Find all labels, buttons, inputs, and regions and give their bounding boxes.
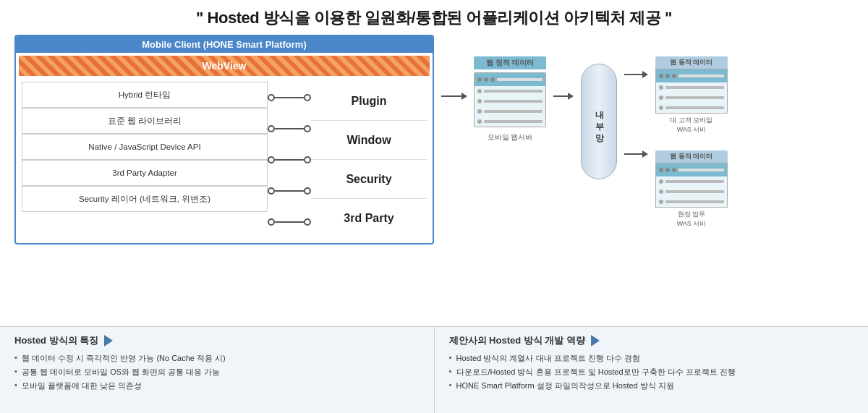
connector-line-4	[275, 190, 304, 192]
bottom-right: 제안사의 Hosted 방식 개발 역량 Hosted 방식의 계열사 대내 프…	[435, 327, 869, 413]
right-item-plugin: Plugin	[311, 82, 427, 121]
server-dot-b3	[477, 109, 482, 114]
server-bar-b4	[484, 120, 542, 123]
rs-bot-b1	[659, 179, 663, 184]
connector-1	[268, 94, 311, 101]
server-dot-b2	[477, 99, 482, 103]
bottom-right-arrow-icon	[591, 335, 600, 346]
connector-dot-4b	[304, 187, 311, 195]
bottom-right-item-3: HONE Smart Platform 설정 파일의작성으로 Hosted 방식…	[449, 380, 854, 391]
right-server-bottom-bottom-label: 현장 업무WAS 서비	[677, 210, 707, 229]
left-item-security: Security 레이어 (네트워크, 위변조)	[22, 186, 268, 212]
right-server-bottom: 웹 동적 데이터 현장 업무WAS 서비	[655, 150, 728, 229]
bottom-right-title-text: 제안사의 Hosted 방식 개발 역량	[449, 334, 586, 347]
connector-dot-2b	[304, 125, 311, 132]
bottom-left-list: 웹 데이터 수정 시 즉각적인 반영 가능 (No Cache 적용 시) 공통…	[14, 353, 420, 391]
connector-col	[268, 82, 311, 238]
rs-top-bl1	[665, 86, 724, 89]
server-bar-b3	[484, 110, 542, 113]
bottom-right-item-1: Hosted 방식의 계열사 대내 프로젝트 진행 다수 경험	[449, 353, 854, 364]
rs-top-body3	[656, 103, 727, 113]
server-dot-h2	[484, 77, 488, 82]
connector-line-3	[275, 159, 304, 161]
connector-dot-3b	[304, 156, 311, 163]
arrow-line-2	[553, 95, 568, 97]
rs-top-b3	[659, 106, 663, 110]
inner-columns: Hybrid 런타임 표준 웹 라이브러리 Native / JavaScrip…	[16, 79, 433, 241]
right-server-bottom-stack	[655, 163, 728, 208]
connector-dot-5	[268, 218, 275, 226]
rs-bot-dot2	[665, 168, 670, 172]
page-container: " Hosted 방식을 이용한 일원화/통합된 어플리케이션 아키텍처 제공 …	[0, 0, 868, 413]
server-dot-h1	[477, 77, 482, 82]
page-title: " Hosted 방식을 이용한 일원화/통합된 어플리케이션 아키텍처 제공 …	[0, 7, 868, 29]
rs-top-header	[656, 69, 727, 82]
rs-bot-header	[656, 163, 727, 176]
rs-bot-bl1	[665, 180, 724, 183]
right-item-3rdparty: 3rd Party	[311, 199, 427, 238]
connector-dot-4	[268, 187, 275, 195]
cylinder-text: 내부망	[593, 104, 605, 139]
connector-line-2	[275, 128, 304, 129]
rs-top-dot3	[672, 74, 676, 78]
rs-top-bar	[678, 74, 724, 77]
rs-top-body2	[656, 93, 727, 103]
right-item-security: Security	[311, 160, 427, 199]
bottom-left-item-2: 공통 웹 데이터로 모바일 OS와 웹 화면의 공통 대응 가능	[14, 367, 420, 378]
mobile-server-box: 웹 정적 데이터	[474, 56, 546, 142]
rs-bot-bar	[678, 169, 724, 171]
rs-bot-body3	[656, 197, 727, 207]
rs-bot-bl3	[665, 200, 724, 203]
arrow-line	[441, 95, 461, 97]
server-dot-b4	[477, 119, 482, 124]
rs-top-b1	[659, 85, 663, 90]
connector-3	[268, 156, 311, 163]
rs-top-b2	[659, 95, 663, 100]
mobile-client-title: Mobile Client (HONE Smart Platform)	[16, 36, 433, 53]
main-arrow	[441, 35, 467, 100]
connector-dot-5b	[304, 218, 311, 226]
connector-dot-1	[268, 94, 275, 101]
left-item-weblib: 표준 웹 라이브러리	[22, 108, 268, 134]
server-bar-b2	[484, 100, 542, 103]
right-server-top: 웹 동적 데이터 대 고객 모바일WAS 서비	[655, 56, 728, 135]
main-diagram: Mobile Client (HONE Smart Platform) WebV…	[0, 35, 868, 326]
right-server-bottom-label: 웹 동적 데이터	[655, 150, 728, 163]
cylinder: 내부망	[581, 64, 617, 179]
bottom-left: Hosted 방식의 특징 웹 데이터 수정 시 즉각적인 반영 가능 (No …	[0, 327, 435, 413]
arrow-right	[441, 93, 467, 100]
right-server-top-bottom-label: 대 고객 모바일WAS 서비	[670, 116, 712, 135]
right-server-top-stack	[655, 69, 728, 114]
connector-5	[268, 218, 311, 226]
arrows-to-right-servers	[624, 56, 648, 172]
connector-dot-3	[268, 156, 275, 163]
arrow-head-2	[568, 93, 574, 100]
arrow-to-cylinder	[553, 93, 574, 100]
rs-bot-bl2	[665, 190, 724, 193]
bottom-left-title-text: Hosted 방식의 특징	[14, 334, 98, 347]
connector-dot-1b	[304, 94, 311, 101]
bottom-section: Hosted 방식의 특징 웹 데이터 수정 시 즉각적인 반영 가능 (No …	[0, 326, 868, 413]
server-stack-mobile	[474, 72, 546, 127]
arrow-line-bottom	[624, 153, 642, 155]
rs-top-dot1	[659, 74, 663, 78]
left-item-3rdparty: 3rd Party Adapter	[22, 160, 268, 186]
title-bar: " Hosted 방식을 이용한 일원화/통합된 어플리케이션 아키텍처 제공 …	[0, 0, 868, 35]
arrow-head	[461, 93, 467, 100]
bottom-right-list: Hosted 방식의 계열사 대내 프로젝트 진행 다수 경험 다운로드/Hos…	[449, 353, 854, 391]
server-dot-b1	[477, 89, 482, 93]
rs-bot-dot3	[672, 168, 676, 172]
server-bar-h	[497, 78, 542, 81]
server-bar-b1	[484, 90, 542, 93]
rs-bot-body1	[656, 176, 727, 187]
server-body-2	[475, 96, 545, 106]
right-col: Plugin Window Security 3rd Party	[311, 82, 427, 238]
left-item-native: Native / JavaScript Device API	[22, 134, 268, 160]
server-body-3	[475, 106, 545, 116]
connector-line-5	[275, 221, 304, 223]
arrow-line-top	[624, 74, 642, 75]
rs-top-bl2	[665, 96, 724, 99]
rs-top-body1	[656, 82, 727, 93]
web-static-label: 웹 정적 데이터	[474, 56, 546, 69]
server-dot-h3	[490, 77, 495, 82]
